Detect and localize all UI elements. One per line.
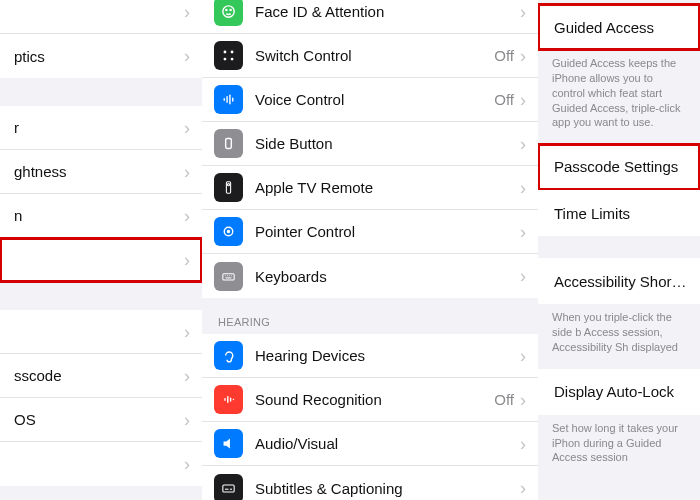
row-label: Apple TV Remote [255, 179, 520, 196]
svg-rect-8 [226, 96, 227, 103]
apple-tv-remote-icon [214, 173, 243, 202]
chevron-right-icon: › [184, 207, 190, 225]
settings-sidebar: › ptics › r › ghtness › n › › › [0, 0, 202, 500]
sidebar-item-unknown[interactable]: › [0, 0, 202, 34]
sidebar-item[interactable]: › [0, 442, 202, 486]
sidebar-item-brightness[interactable]: ghtness › [0, 150, 202, 194]
row-switch-control[interactable]: Switch Control Off › [202, 34, 538, 78]
row-passcode-settings[interactable]: Passcode Settings [538, 144, 700, 190]
chevron-right-icon: › [520, 391, 526, 409]
sidebar-item[interactable]: r › [0, 106, 202, 150]
svg-rect-7 [224, 98, 225, 101]
row-sound-recognition[interactable]: Sound Recognition Off › [202, 378, 538, 422]
face-id-icon [214, 0, 243, 26]
row-audio-visual[interactable]: Audio/Visual › [202, 422, 538, 466]
subtitles-icon [214, 474, 243, 501]
hearing-devices-icon [214, 341, 243, 370]
row-voice-control[interactable]: Voice Control Off › [202, 78, 538, 122]
chevron-right-icon: › [184, 119, 190, 137]
svg-rect-25 [233, 399, 234, 400]
sidebar-item[interactable]: › [0, 310, 202, 354]
svg-rect-24 [230, 397, 231, 401]
sidebar-item-passcode[interactable]: sscode › [0, 354, 202, 398]
row-label: Audio/Visual [255, 435, 520, 452]
row-display-auto-lock[interactable]: Display Auto-Lock [538, 369, 700, 415]
svg-rect-16 [223, 273, 234, 279]
row-keyboards[interactable]: Keyboards › [202, 254, 538, 298]
row-label: Side Button [255, 135, 520, 152]
display-auto-lock-description: Set how long it takes your iPhon during … [538, 415, 700, 480]
chevron-right-icon: › [520, 91, 526, 109]
svg-rect-11 [226, 139, 232, 149]
row-label: Time Limits [554, 205, 688, 222]
audio-visual-icon [214, 429, 243, 458]
row-label: Accessibility Shortcut [554, 273, 688, 290]
svg-point-1 [226, 10, 227, 11]
row-subtitles[interactable]: Subtitles & Captioning › [202, 466, 538, 500]
row-face-id[interactable]: Face ID & Attention › [202, 0, 538, 34]
row-label: Pointer Control [255, 223, 520, 240]
accessibility-shortcut-description: When you triple-click the side b Access … [538, 304, 700, 369]
chevron-right-icon: › [520, 3, 526, 21]
row-value: Off [494, 47, 514, 64]
svg-rect-23 [227, 396, 228, 403]
row-label: Passcode Settings [554, 158, 688, 175]
chevron-right-icon: › [184, 411, 190, 429]
row-accessibility-shortcut[interactable]: Accessibility Shortcut [538, 258, 700, 304]
svg-point-0 [223, 6, 234, 17]
svg-point-3 [224, 51, 227, 54]
sidebar-item-label: OS [14, 411, 184, 428]
svg-point-5 [224, 58, 227, 61]
row-label: Keyboards [255, 268, 520, 285]
row-label: Switch Control [255, 47, 494, 64]
guided-access-description: Guided Access keeps the iPhone allows yo… [538, 50, 700, 144]
row-value: Off [494, 91, 514, 108]
sidebar-item-sos[interactable]: OS › [0, 398, 202, 442]
row-label: Display Auto-Lock [554, 383, 688, 400]
chevron-right-icon: › [520, 223, 526, 241]
svg-rect-9 [229, 95, 230, 105]
chevron-right-icon: › [184, 251, 190, 269]
sound-recognition-icon [214, 385, 243, 414]
sidebar-item-label: r [14, 119, 184, 136]
svg-point-13 [227, 184, 229, 186]
svg-rect-26 [223, 484, 234, 491]
row-label: Guided Access [554, 19, 688, 36]
sidebar-item-label: ptics [14, 48, 184, 65]
sidebar-item-label: sscode [14, 367, 184, 384]
row-label: Subtitles & Captioning [255, 480, 520, 497]
chevron-right-icon: › [520, 347, 526, 365]
row-time-limits[interactable]: Time Limits [538, 190, 700, 236]
section-header-hearing: HEARING [202, 298, 538, 334]
svg-point-2 [230, 10, 231, 11]
sidebar-item[interactable]: n › [0, 194, 202, 238]
sidebar-item-label: ghtness [14, 163, 184, 180]
chevron-right-icon: › [184, 455, 190, 473]
chevron-right-icon: › [520, 135, 526, 153]
chevron-right-icon: › [520, 435, 526, 453]
svg-point-15 [227, 230, 229, 232]
side-button-icon [214, 129, 243, 158]
accessibility-panel: Face ID & Attention › Switch Control Off… [202, 0, 538, 500]
chevron-right-icon: › [184, 163, 190, 181]
chevron-right-icon: › [520, 267, 526, 285]
sidebar-item-label: n [14, 207, 184, 224]
sidebar-item-haptics[interactable]: ptics › [0, 34, 202, 78]
svg-rect-10 [232, 97, 233, 101]
svg-point-6 [231, 58, 234, 61]
svg-point-4 [231, 51, 234, 54]
row-hearing-devices[interactable]: Hearing Devices › [202, 334, 538, 378]
svg-rect-22 [224, 398, 225, 401]
sidebar-item-accessibility[interactable]: › [0, 238, 202, 282]
switch-control-icon [214, 41, 243, 70]
chevron-right-icon: › [520, 479, 526, 497]
row-label: Sound Recognition [255, 391, 494, 408]
row-label: Voice Control [255, 91, 494, 108]
row-apple-tv-remote[interactable]: Apple TV Remote › [202, 166, 538, 210]
voice-control-icon [214, 85, 243, 114]
row-pointer-control[interactable]: Pointer Control › [202, 210, 538, 254]
chevron-right-icon: › [184, 3, 190, 21]
row-side-button[interactable]: Side Button › [202, 122, 538, 166]
row-guided-access-toggle[interactable]: Guided Access [538, 4, 700, 50]
row-label: Face ID & Attention [255, 3, 520, 20]
